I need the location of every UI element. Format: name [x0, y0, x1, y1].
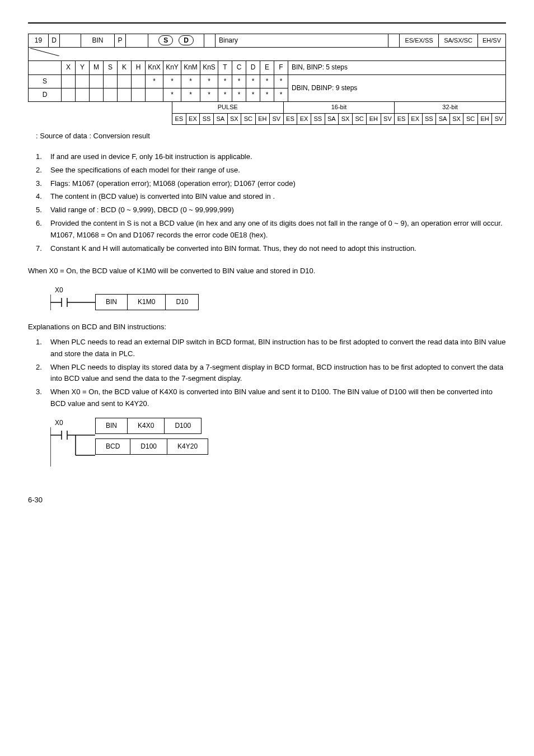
mode-cell: SV [381, 113, 395, 125]
mode-cell: EH [367, 113, 381, 125]
mode-cell: SX [339, 113, 353, 125]
mode-cell: ES [283, 113, 297, 125]
mark [118, 74, 132, 88]
list-text: When PLC needs to display its stored dat… [50, 363, 503, 383]
bit32-header: 32-bit [395, 101, 506, 113]
mode-cell: SX [227, 113, 241, 125]
ladder-diagram-1: X0 BIN K1M0 D10 [50, 285, 506, 310]
hdr-f: F [274, 61, 288, 74]
mode-cell: SV [269, 113, 283, 125]
page-top-rule [28, 22, 506, 24]
empty-cell [126, 34, 148, 41]
ladder-src: K4X0 [128, 418, 165, 433]
mark: * [163, 74, 181, 88]
list-text: Provided the content in S is not a BCD v… [50, 219, 503, 239]
p-flag: P [115, 34, 126, 48]
mark: * [146, 74, 163, 88]
empty-cell [60, 34, 81, 41]
list-text: Valid range of : BCD (0 ~ 9,999), DBCD (… [50, 206, 234, 214]
list-item: 4.The content in (BCD value) is converte… [28, 191, 506, 203]
steps-dbin: DBIN, DBINP: 9 steps [288, 74, 506, 101]
mark [146, 88, 163, 101]
mode-cell: EX [186, 113, 200, 125]
mode-cell: SS [311, 113, 325, 125]
empty-cell [204, 34, 216, 41]
hdr-c: C [232, 61, 246, 74]
ladder-op: BCD [96, 439, 130, 455]
hdr-knm: KnM [181, 61, 200, 74]
list-item: 7.Constant K and H will automatically be… [28, 243, 506, 255]
mark [104, 88, 118, 101]
mark [132, 88, 146, 101]
diag-cell [29, 47, 62, 61]
program-caption: When X0 = On, the BCD value of K1M0 will… [28, 265, 506, 277]
operand-d-oval: D [179, 35, 194, 45]
mark: * [218, 74, 232, 88]
mark: * [181, 74, 200, 88]
modes-table: PULSE 16-bit 32-bit ES EX SS SA SX SC EH… [172, 101, 506, 125]
empty-row [62, 47, 506, 61]
ladder-src: K1M0 [128, 295, 166, 310]
hdr-t: T [218, 61, 232, 74]
mode-cell: EH [255, 113, 269, 125]
list-item: 2.When PLC needs to display its stored d… [28, 362, 506, 385]
remarks-heading: Explanations on BCD and BIN instructions… [28, 321, 506, 333]
mark: * [163, 88, 181, 101]
hdr-x: X [62, 61, 76, 74]
mark: * [232, 88, 246, 101]
list-text: When PLC needs to read an external DIP s… [50, 338, 505, 358]
hdr-d: D [246, 61, 260, 74]
contact-icon [50, 295, 95, 310]
mark: * [232, 74, 246, 88]
list-item: 3.Flags: M1067 (operation error); M1068 … [28, 178, 506, 190]
mark [62, 74, 76, 88]
bit16-header: 16-bit [283, 101, 395, 113]
mark: * [274, 88, 288, 101]
mode-cell: SS [422, 113, 436, 125]
mode-cell: SX [449, 113, 463, 125]
mark: * [246, 88, 260, 101]
operand-cell: S D [148, 34, 204, 48]
list-item: 1.When PLC needs to read an external DIP… [28, 337, 506, 360]
type-header-row: X Y M S K H KnX KnY KnM KnS T C D E F BI… [29, 61, 506, 74]
operand-legend: : Source of data : Conversion result [36, 130, 506, 142]
list-text: When X0 = On, the BCD value of K4X0 is c… [50, 388, 493, 408]
mark [62, 88, 76, 101]
row-d-label: D [29, 88, 62, 101]
mode-cell: SC [241, 113, 255, 125]
pulse-header: PULSE [172, 101, 284, 113]
list-item: 2.See the specifications of each model f… [28, 165, 506, 176]
mark: * [246, 74, 260, 88]
hdr-knx: KnX [146, 61, 163, 74]
function-cell: Binary [216, 34, 388, 48]
list-item: 5.Valid range of : BCD (0 ~ 9,999), DBCD… [28, 204, 506, 216]
hdr-m: M [90, 61, 104, 74]
ladder-dst: K4Y20 [167, 439, 208, 455]
svg-line-1 [30, 60, 59, 62]
empty-cell [388, 34, 400, 41]
api-operand-table: X Y M S K H KnX KnY KnM KnS T C D E F BI… [28, 47, 506, 102]
api-number: 19 [29, 34, 49, 48]
mode-cell: SC [463, 113, 477, 125]
mode-cell: SS [200, 113, 214, 125]
ladder-src: D100 [130, 439, 167, 455]
mode-cell: EX [408, 113, 422, 125]
steps-bin: BIN, BINP: 5 steps [288, 61, 506, 74]
contact-branch-icon [50, 427, 95, 466]
mark: * [181, 88, 200, 101]
mode-cell: EX [297, 113, 311, 125]
mode-cell: SC [352, 113, 366, 125]
ladder-diagram-2: X0 BIN K4X0 D100 BCD D100 K4Y20 [50, 418, 506, 466]
mark [132, 74, 146, 88]
mark: * [200, 74, 218, 88]
mark [90, 74, 104, 88]
ladder-op: BIN [96, 418, 128, 433]
mode-cell: SA [436, 113, 450, 125]
d-flag: D [49, 34, 60, 48]
mark [76, 88, 90, 101]
list-item: 6.Provided the content in S is not a BCD… [28, 218, 506, 241]
mark [104, 74, 118, 88]
mark: * [200, 88, 218, 101]
list-text: If and are used in device F, only 16-bit… [50, 152, 252, 161]
modes-row: ES EX SS SA SX SC EH SV ES EX SS SA SX S… [172, 113, 506, 125]
